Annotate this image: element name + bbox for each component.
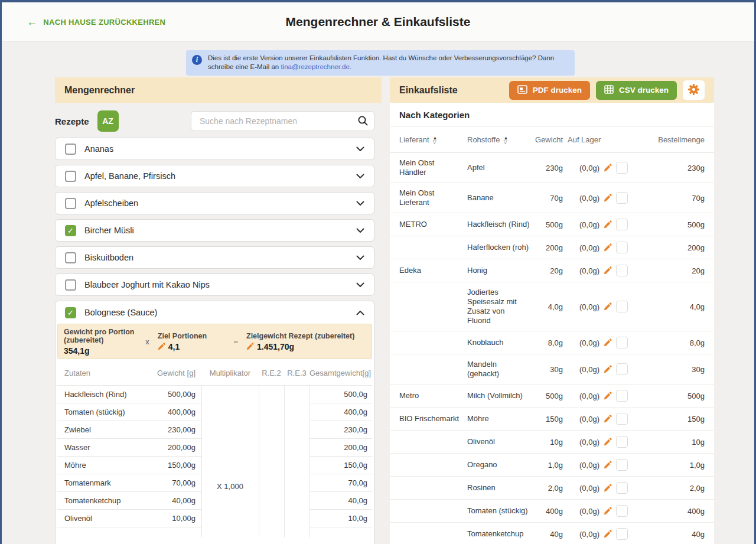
item-cell: Oregano: [467, 460, 533, 470]
stock-value: (0,0g): [568, 415, 599, 424]
recipe-checkbox[interactable]: [65, 144, 76, 155]
recipe-checkbox[interactable]: [65, 252, 76, 263]
edit-pencil-icon[interactable]: [604, 220, 612, 229]
col-lieferant: Lieferant: [399, 135, 429, 144]
edit-pencil-icon[interactable]: [604, 365, 612, 373]
search-input[interactable]: [191, 111, 374, 131]
col-gewicht: Gewicht [g]: [147, 369, 201, 377]
edit-pencil-icon[interactable]: [604, 194, 612, 202]
item-cell: Möhre: [467, 414, 533, 424]
equals-sign: =: [233, 337, 238, 346]
edit-pencil-icon[interactable]: [246, 343, 254, 350]
edit-pencil-icon[interactable]: [604, 507, 612, 515]
recipe-checkbox[interactable]: [65, 225, 76, 236]
shopping-row: Edeka Honig 20g (0,0g) 20g: [390, 259, 714, 282]
recipe-row[interactable]: Bolognese (Sauce): [57, 301, 372, 324]
recipe-checkbox[interactable]: [65, 279, 76, 291]
einkaufsliste-title: Einkaufsliste: [399, 85, 509, 96]
ingredient-weight: 500,00g: [147, 386, 201, 403]
ingredient-weight: 400,00g: [147, 403, 201, 421]
ingredient-total: 70,0g: [309, 474, 372, 492]
ingredient-total: 150,0g: [309, 457, 372, 474]
back-home-link[interactable]: ← NACH HAUSE ZURÜCKKEHREN: [27, 2, 165, 41]
ingredient-weight: 230,00g: [147, 421, 201, 439]
sort-icon[interactable]: ▲▽: [503, 136, 508, 144]
ingredient-row: Wasser 200,00g 200,0g: [57, 439, 372, 457]
stock-value: (0,0g): [568, 461, 599, 470]
chevron-down-icon[interactable]: [356, 174, 364, 179]
stock-checkbox[interactable]: [616, 413, 628, 425]
chevron-down-icon[interactable]: [356, 201, 364, 206]
email-link[interactable]: tina@rezeptrechner.de.: [281, 63, 351, 70]
ingredients-table-header: Zutaten Gewicht [g] Multiplikator R.E.2 …: [57, 360, 372, 386]
stock-value: (0,0g): [568, 164, 599, 172]
edit-pencil-icon[interactable]: [604, 164, 612, 172]
ingredient-weight: 70,00g: [147, 474, 201, 492]
multiplier-value: X 1,000: [201, 482, 259, 491]
pdf-print-button[interactable]: PDF drucken: [509, 81, 590, 100]
recipe-row[interactable]: Bircher Müsli: [55, 219, 374, 242]
chevron-up-icon[interactable]: [356, 310, 364, 315]
stock-checkbox[interactable]: [616, 265, 628, 276]
edit-pencil-icon[interactable]: [604, 415, 612, 423]
weight-cell: 70g: [533, 194, 563, 203]
edit-pencil-icon[interactable]: [604, 338, 612, 347]
weight-cell: 20g: [533, 266, 563, 275]
csv-print-button[interactable]: CSV drucken: [596, 81, 677, 100]
stock-checkbox[interactable]: [616, 162, 628, 174]
col-re3: R.E.3: [284, 369, 309, 377]
shopping-row: Mein Obst Lieferant Banane 70g (0,0g) 70…: [390, 183, 714, 213]
sort-az-button[interactable]: AZ: [97, 110, 119, 132]
shopping-rows: Mein Obst Händler Apfel 230g (0,0g) 230g…: [390, 153, 714, 544]
ingredient-name: Hackfleisch (Rind): [57, 386, 147, 403]
ingredient-name: Tomatenketchup: [57, 492, 147, 510]
edit-pencil-icon[interactable]: [604, 302, 612, 311]
stock-checkbox[interactable]: [616, 482, 628, 494]
recipe-checkbox[interactable]: [65, 171, 76, 182]
weight-per-portion: Gewicht pro Portion (zubereitet) 354,1g: [64, 328, 137, 356]
chevron-down-icon[interactable]: [356, 228, 364, 233]
edit-pencil-icon[interactable]: [604, 266, 612, 275]
stock-checkbox[interactable]: [616, 528, 628, 540]
stock-checkbox[interactable]: [616, 363, 628, 375]
chevron-down-icon[interactable]: [356, 282, 364, 288]
recipe-checkbox[interactable]: [65, 198, 76, 209]
recipe-name: Bolognese (Sauce): [84, 308, 157, 317]
recipe-row[interactable]: Ananas: [55, 138, 374, 160]
sort-icon[interactable]: ▲▽: [433, 136, 438, 144]
recipe-checkbox[interactable]: [65, 307, 76, 318]
chevron-down-icon[interactable]: [356, 146, 364, 152]
edit-pencil-icon[interactable]: [604, 484, 612, 492]
column-divider: [201, 385, 202, 538]
ingredient-weight: 150,00g: [147, 457, 201, 474]
app-window: ← NACH HAUSE ZURÜCKKEHREN Mengenrechner …: [0, 0, 756, 544]
recipe-row[interactable]: Apfelscheiben: [55, 192, 374, 214]
section-title: Nach Kategorien: [390, 103, 714, 127]
stock-checkbox[interactable]: [616, 505, 628, 517]
stock-checkbox[interactable]: [616, 436, 628, 448]
settings-button[interactable]: [683, 80, 705, 100]
stock-checkbox[interactable]: [616, 459, 628, 471]
stock-checkbox[interactable]: [616, 242, 628, 253]
ingredient-row: Tomaten (stückig) 400,00g 400,0g: [57, 403, 372, 421]
shopping-table-header: Lieferant ▲▽ Rohstoffe ▲▽ Gewicht Auf La…: [390, 127, 714, 153]
recipes-label: Rezepte: [55, 116, 89, 126]
stock-checkbox[interactable]: [616, 219, 628, 230]
stock-cell: (0,0g): [563, 265, 632, 276]
chevron-down-icon[interactable]: [356, 255, 364, 260]
weight-per-portion-value: 354,1g: [64, 346, 137, 356]
recipe-row[interactable]: Biskuitboden: [55, 246, 374, 269]
recipe-row[interactable]: Blaubeer Joghurt mit Kakao Nips: [55, 273, 374, 296]
stock-checkbox[interactable]: [616, 301, 628, 312]
edit-pencil-icon[interactable]: [604, 243, 612, 252]
edit-pencil-icon[interactable]: [158, 343, 165, 350]
stock-checkbox[interactable]: [616, 192, 628, 204]
edit-pencil-icon[interactable]: [604, 438, 612, 446]
edit-pencil-icon[interactable]: [604, 392, 612, 400]
edit-pencil-icon[interactable]: [604, 530, 612, 538]
target-portions-value: 4,1: [168, 342, 180, 351]
stock-checkbox[interactable]: [616, 390, 628, 402]
recipe-row[interactable]: Apfel, Banane, Pfirsisch: [55, 165, 374, 187]
edit-pencil-icon[interactable]: [604, 461, 612, 469]
stock-checkbox[interactable]: [616, 337, 628, 348]
